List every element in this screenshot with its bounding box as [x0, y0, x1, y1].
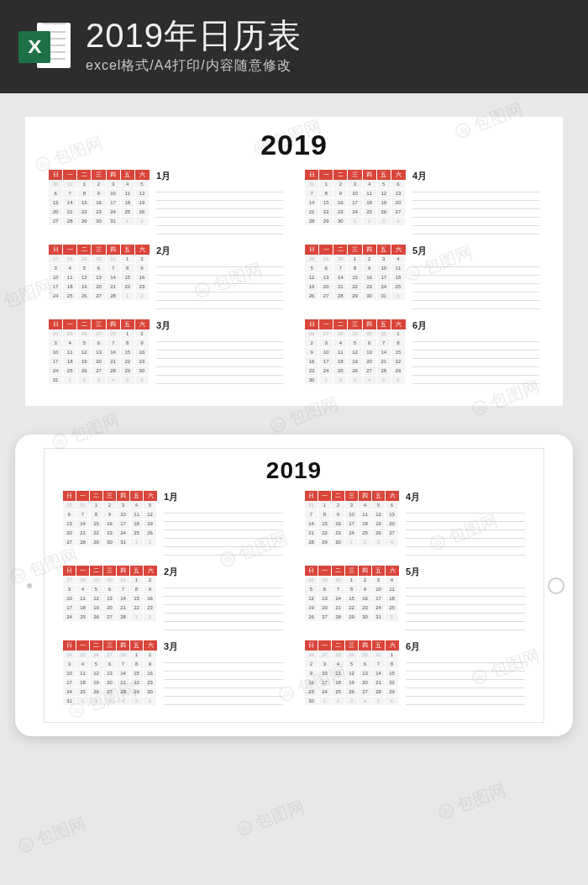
- day-header: 日: [305, 566, 318, 576]
- day-header: 六: [144, 566, 157, 576]
- note-lines: [156, 259, 283, 311]
- month-block: 日一二三四五六311234567891011121314151617181920…: [305, 491, 525, 557]
- month-block: 日一二三四五六282930123456789101112131415161718…: [305, 566, 525, 632]
- day-header: 一: [76, 640, 90, 651]
- note-lines: [156, 334, 283, 386]
- day-header: 四: [363, 170, 377, 180]
- preview-sheet-1: 2019 日一二三四五六3031123456789101112131415161…: [25, 117, 563, 406]
- day-header: 五: [372, 640, 386, 651]
- month-block: 日一二三四五六272829303112345678910111213141516…: [49, 245, 283, 311]
- month-label: 1月: [156, 170, 283, 182]
- day-header: 六: [135, 245, 150, 255]
- note-lines: [406, 580, 525, 632]
- day-header: 二: [333, 245, 348, 255]
- note-lines: [406, 655, 525, 707]
- day-header: 日: [63, 640, 76, 651]
- day-header: 二: [332, 640, 345, 651]
- month-label: 2月: [164, 566, 283, 578]
- day-header: 三: [92, 245, 106, 255]
- month-calendar: 日一二三四五六262728293031123456789101112131415…: [305, 640, 399, 707]
- month-calendar: 日一二三四五六262728293031123456789101112131415…: [305, 319, 406, 386]
- month-calendar: 日一二三四五六282930123456789101112131415161718…: [305, 245, 406, 311]
- year-heading: 2019: [49, 129, 539, 161]
- day-header: 四: [363, 245, 377, 255]
- day-header: 二: [90, 640, 103, 651]
- day-header: 六: [386, 640, 399, 651]
- day-header: 二: [90, 491, 103, 501]
- right-column: 日一二三四五六311234567891011121314151617181920…: [305, 491, 525, 707]
- day-header: 三: [103, 491, 117, 501]
- day-header: 二: [332, 566, 345, 576]
- day-header: 六: [391, 170, 406, 180]
- day-header: 日: [63, 491, 76, 501]
- day-header: 二: [333, 319, 348, 329]
- day-header: 二: [77, 245, 92, 255]
- day-header: 四: [359, 640, 372, 651]
- page-header: X 2019年日历表 excel格式/A4打印/内容随意修改: [0, 0, 588, 93]
- month-calendar: 日一二三四五六272829303112345678910111213141516…: [49, 245, 150, 311]
- month-calendar: 日一二三四五六311234567891011121314151617181920…: [305, 491, 399, 557]
- year-heading: 2019: [63, 457, 525, 484]
- day-header: 六: [135, 170, 150, 180]
- month-block: 日一二三四五六242526272812345678910111213141516…: [49, 319, 283, 386]
- day-header: 六: [144, 640, 157, 651]
- month-label: 6月: [406, 640, 525, 653]
- month-notes: 3月: [164, 640, 283, 707]
- day-header: 日: [49, 170, 63, 180]
- day-header: 五: [372, 566, 386, 576]
- day-header: 四: [107, 319, 121, 329]
- day-header: 一: [318, 566, 332, 576]
- excel-badge-letter: X: [28, 36, 41, 58]
- month-notes: 5月: [406, 566, 525, 632]
- day-header: 六: [386, 491, 399, 501]
- day-header: 一: [63, 319, 77, 329]
- month-block: 日一二三四五六311234567891011121314151617181920…: [305, 170, 539, 236]
- day-header: 二: [90, 566, 103, 576]
- day-header: 一: [63, 170, 77, 180]
- month-notes: 2月: [164, 566, 283, 632]
- day-header: 四: [359, 566, 372, 576]
- month-calendar: 日一二三四五六242526272812345678910111213141516…: [63, 640, 157, 707]
- day-header: 一: [318, 491, 332, 501]
- right-column: 日一二三四五六311234567891011121314151617181920…: [305, 170, 539, 386]
- month-notes: 1月: [164, 491, 283, 557]
- day-header: 四: [107, 245, 121, 255]
- month-block: 日一二三四五六262728293031123456789101112131415…: [305, 319, 539, 386]
- day-header: 三: [348, 245, 362, 255]
- day-header: 五: [130, 566, 144, 576]
- day-header: 六: [386, 566, 399, 576]
- note-lines: [406, 505, 525, 557]
- day-header: 六: [135, 319, 150, 329]
- month-block: 日一二三四五六303112345678910111213141516171819…: [49, 170, 283, 236]
- day-header: 一: [76, 491, 90, 501]
- day-header: 一: [319, 245, 333, 255]
- month-label: 6月: [412, 319, 539, 332]
- day-header: 五: [372, 491, 386, 501]
- day-header: 四: [117, 491, 130, 501]
- month-label: 4月: [406, 491, 525, 503]
- month-label: 1月: [164, 491, 283, 503]
- day-header: 五: [121, 170, 135, 180]
- month-label: 3月: [156, 319, 283, 332]
- note-lines: [156, 184, 283, 236]
- month-calendar: 日一二三四五六303112345678910111213141516171819…: [49, 170, 150, 236]
- day-header: 六: [391, 319, 406, 329]
- month-block: 日一二三四五六303112345678910111213141516171819…: [63, 491, 283, 557]
- month-notes: 6月: [406, 640, 525, 707]
- day-header: 日: [305, 170, 319, 180]
- day-header: 二: [77, 170, 92, 180]
- day-header: 四: [107, 170, 121, 180]
- day-header: 四: [363, 319, 377, 329]
- day-header: 六: [391, 245, 406, 255]
- month-calendar: 日一二三四五六282930123456789101112131415161718…: [305, 566, 399, 632]
- day-header: 六: [144, 491, 157, 501]
- day-header: 三: [103, 640, 117, 651]
- day-header: 日: [49, 319, 63, 329]
- day-header: 三: [345, 566, 359, 576]
- month-label: 5月: [406, 566, 525, 578]
- month-calendar: 日一二三四五六242526272812345678910111213141516…: [49, 319, 150, 386]
- day-header: 一: [319, 319, 333, 329]
- day-header: 三: [92, 319, 106, 329]
- day-header: 四: [117, 566, 130, 576]
- day-header: 日: [305, 319, 319, 329]
